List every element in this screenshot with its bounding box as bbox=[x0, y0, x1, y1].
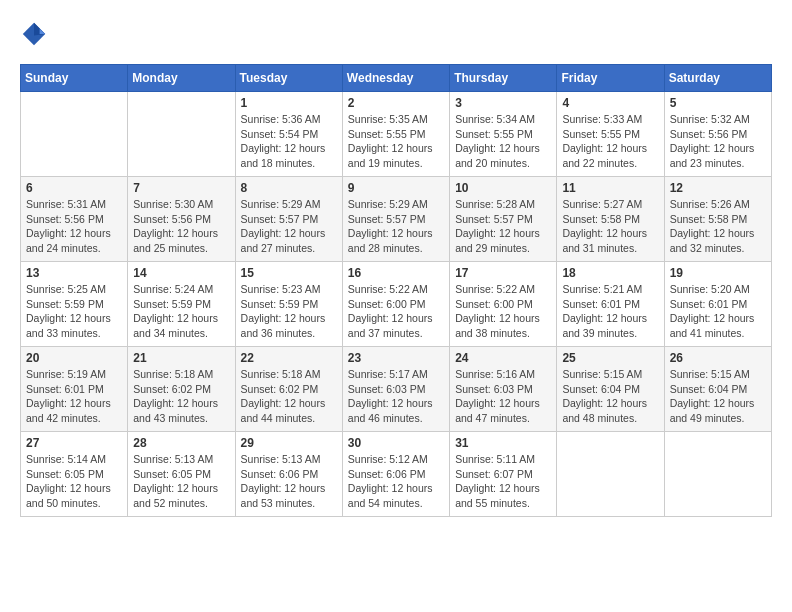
day-cell: 24Sunrise: 5:16 AMSunset: 6:03 PMDayligh… bbox=[450, 347, 557, 432]
day-cell: 26Sunrise: 5:15 AMSunset: 6:04 PMDayligh… bbox=[664, 347, 771, 432]
day-cell: 4Sunrise: 5:33 AMSunset: 5:55 PMDaylight… bbox=[557, 92, 664, 177]
day-cell: 8Sunrise: 5:29 AMSunset: 5:57 PMDaylight… bbox=[235, 177, 342, 262]
day-cell: 23Sunrise: 5:17 AMSunset: 6:03 PMDayligh… bbox=[342, 347, 449, 432]
day-cell: 1Sunrise: 5:36 AMSunset: 5:54 PMDaylight… bbox=[235, 92, 342, 177]
day-cell: 25Sunrise: 5:15 AMSunset: 6:04 PMDayligh… bbox=[557, 347, 664, 432]
day-number: 16 bbox=[348, 266, 444, 280]
day-info: Sunrise: 5:18 AMSunset: 6:02 PMDaylight:… bbox=[133, 367, 229, 426]
day-info: Sunrise: 5:17 AMSunset: 6:03 PMDaylight:… bbox=[348, 367, 444, 426]
day-info: Sunrise: 5:18 AMSunset: 6:02 PMDaylight:… bbox=[241, 367, 337, 426]
day-number: 30 bbox=[348, 436, 444, 450]
day-info: Sunrise: 5:23 AMSunset: 5:59 PMDaylight:… bbox=[241, 282, 337, 341]
day-number: 11 bbox=[562, 181, 658, 195]
day-info: Sunrise: 5:27 AMSunset: 5:58 PMDaylight:… bbox=[562, 197, 658, 256]
week-row-4: 20Sunrise: 5:19 AMSunset: 6:01 PMDayligh… bbox=[21, 347, 772, 432]
day-cell: 3Sunrise: 5:34 AMSunset: 5:55 PMDaylight… bbox=[450, 92, 557, 177]
day-header-wednesday: Wednesday bbox=[342, 65, 449, 92]
day-info: Sunrise: 5:26 AMSunset: 5:58 PMDaylight:… bbox=[670, 197, 766, 256]
day-info: Sunrise: 5:13 AMSunset: 6:06 PMDaylight:… bbox=[241, 452, 337, 511]
day-info: Sunrise: 5:12 AMSunset: 6:06 PMDaylight:… bbox=[348, 452, 444, 511]
day-number: 29 bbox=[241, 436, 337, 450]
day-info: Sunrise: 5:16 AMSunset: 6:03 PMDaylight:… bbox=[455, 367, 551, 426]
day-info: Sunrise: 5:13 AMSunset: 6:05 PMDaylight:… bbox=[133, 452, 229, 511]
day-cell: 18Sunrise: 5:21 AMSunset: 6:01 PMDayligh… bbox=[557, 262, 664, 347]
day-info: Sunrise: 5:15 AMSunset: 6:04 PMDaylight:… bbox=[562, 367, 658, 426]
day-header-saturday: Saturday bbox=[664, 65, 771, 92]
day-info: Sunrise: 5:22 AMSunset: 6:00 PMDaylight:… bbox=[348, 282, 444, 341]
day-cell bbox=[21, 92, 128, 177]
day-number: 21 bbox=[133, 351, 229, 365]
day-header-friday: Friday bbox=[557, 65, 664, 92]
day-cell: 20Sunrise: 5:19 AMSunset: 6:01 PMDayligh… bbox=[21, 347, 128, 432]
day-number: 6 bbox=[26, 181, 122, 195]
day-info: Sunrise: 5:29 AMSunset: 5:57 PMDaylight:… bbox=[348, 197, 444, 256]
week-row-1: 1Sunrise: 5:36 AMSunset: 5:54 PMDaylight… bbox=[21, 92, 772, 177]
day-cell: 27Sunrise: 5:14 AMSunset: 6:05 PMDayligh… bbox=[21, 432, 128, 517]
day-cell: 2Sunrise: 5:35 AMSunset: 5:55 PMDaylight… bbox=[342, 92, 449, 177]
day-header-tuesday: Tuesday bbox=[235, 65, 342, 92]
week-row-3: 13Sunrise: 5:25 AMSunset: 5:59 PMDayligh… bbox=[21, 262, 772, 347]
day-cell: 17Sunrise: 5:22 AMSunset: 6:00 PMDayligh… bbox=[450, 262, 557, 347]
day-info: Sunrise: 5:21 AMSunset: 6:01 PMDaylight:… bbox=[562, 282, 658, 341]
day-number: 18 bbox=[562, 266, 658, 280]
day-number: 25 bbox=[562, 351, 658, 365]
day-info: Sunrise: 5:24 AMSunset: 5:59 PMDaylight:… bbox=[133, 282, 229, 341]
day-number: 22 bbox=[241, 351, 337, 365]
day-header-sunday: Sunday bbox=[21, 65, 128, 92]
day-header-monday: Monday bbox=[128, 65, 235, 92]
day-cell: 29Sunrise: 5:13 AMSunset: 6:06 PMDayligh… bbox=[235, 432, 342, 517]
day-cell: 19Sunrise: 5:20 AMSunset: 6:01 PMDayligh… bbox=[664, 262, 771, 347]
page-header bbox=[20, 20, 772, 48]
day-info: Sunrise: 5:33 AMSunset: 5:55 PMDaylight:… bbox=[562, 112, 658, 171]
day-cell: 11Sunrise: 5:27 AMSunset: 5:58 PMDayligh… bbox=[557, 177, 664, 262]
day-cell: 14Sunrise: 5:24 AMSunset: 5:59 PMDayligh… bbox=[128, 262, 235, 347]
logo-icon bbox=[20, 20, 48, 48]
day-number: 24 bbox=[455, 351, 551, 365]
day-number: 8 bbox=[241, 181, 337, 195]
day-number: 27 bbox=[26, 436, 122, 450]
day-number: 1 bbox=[241, 96, 337, 110]
day-cell: 10Sunrise: 5:28 AMSunset: 5:57 PMDayligh… bbox=[450, 177, 557, 262]
day-number: 20 bbox=[26, 351, 122, 365]
logo bbox=[20, 20, 52, 48]
day-info: Sunrise: 5:19 AMSunset: 6:01 PMDaylight:… bbox=[26, 367, 122, 426]
day-cell: 5Sunrise: 5:32 AMSunset: 5:56 PMDaylight… bbox=[664, 92, 771, 177]
day-cell: 15Sunrise: 5:23 AMSunset: 5:59 PMDayligh… bbox=[235, 262, 342, 347]
day-number: 12 bbox=[670, 181, 766, 195]
svg-marker-2 bbox=[40, 28, 46, 34]
day-number: 31 bbox=[455, 436, 551, 450]
day-number: 28 bbox=[133, 436, 229, 450]
week-row-2: 6Sunrise: 5:31 AMSunset: 5:56 PMDaylight… bbox=[21, 177, 772, 262]
day-cell bbox=[557, 432, 664, 517]
day-info: Sunrise: 5:28 AMSunset: 5:57 PMDaylight:… bbox=[455, 197, 551, 256]
day-info: Sunrise: 5:11 AMSunset: 6:07 PMDaylight:… bbox=[455, 452, 551, 511]
day-number: 5 bbox=[670, 96, 766, 110]
day-cell bbox=[128, 92, 235, 177]
day-number: 9 bbox=[348, 181, 444, 195]
day-cell: 16Sunrise: 5:22 AMSunset: 6:00 PMDayligh… bbox=[342, 262, 449, 347]
day-header-thursday: Thursday bbox=[450, 65, 557, 92]
day-number: 2 bbox=[348, 96, 444, 110]
day-cell: 13Sunrise: 5:25 AMSunset: 5:59 PMDayligh… bbox=[21, 262, 128, 347]
day-info: Sunrise: 5:15 AMSunset: 6:04 PMDaylight:… bbox=[670, 367, 766, 426]
day-number: 3 bbox=[455, 96, 551, 110]
calendar: SundayMondayTuesdayWednesdayThursdayFrid… bbox=[20, 64, 772, 517]
week-row-5: 27Sunrise: 5:14 AMSunset: 6:05 PMDayligh… bbox=[21, 432, 772, 517]
day-info: Sunrise: 5:25 AMSunset: 5:59 PMDaylight:… bbox=[26, 282, 122, 341]
day-cell bbox=[664, 432, 771, 517]
day-cell: 31Sunrise: 5:11 AMSunset: 6:07 PMDayligh… bbox=[450, 432, 557, 517]
day-number: 13 bbox=[26, 266, 122, 280]
day-cell: 21Sunrise: 5:18 AMSunset: 6:02 PMDayligh… bbox=[128, 347, 235, 432]
day-info: Sunrise: 5:14 AMSunset: 6:05 PMDaylight:… bbox=[26, 452, 122, 511]
day-cell: 28Sunrise: 5:13 AMSunset: 6:05 PMDayligh… bbox=[128, 432, 235, 517]
day-info: Sunrise: 5:35 AMSunset: 5:55 PMDaylight:… bbox=[348, 112, 444, 171]
day-number: 14 bbox=[133, 266, 229, 280]
day-cell: 6Sunrise: 5:31 AMSunset: 5:56 PMDaylight… bbox=[21, 177, 128, 262]
day-info: Sunrise: 5:30 AMSunset: 5:56 PMDaylight:… bbox=[133, 197, 229, 256]
day-cell: 22Sunrise: 5:18 AMSunset: 6:02 PMDayligh… bbox=[235, 347, 342, 432]
day-number: 17 bbox=[455, 266, 551, 280]
day-info: Sunrise: 5:31 AMSunset: 5:56 PMDaylight:… bbox=[26, 197, 122, 256]
day-number: 26 bbox=[670, 351, 766, 365]
day-number: 7 bbox=[133, 181, 229, 195]
day-info: Sunrise: 5:20 AMSunset: 6:01 PMDaylight:… bbox=[670, 282, 766, 341]
